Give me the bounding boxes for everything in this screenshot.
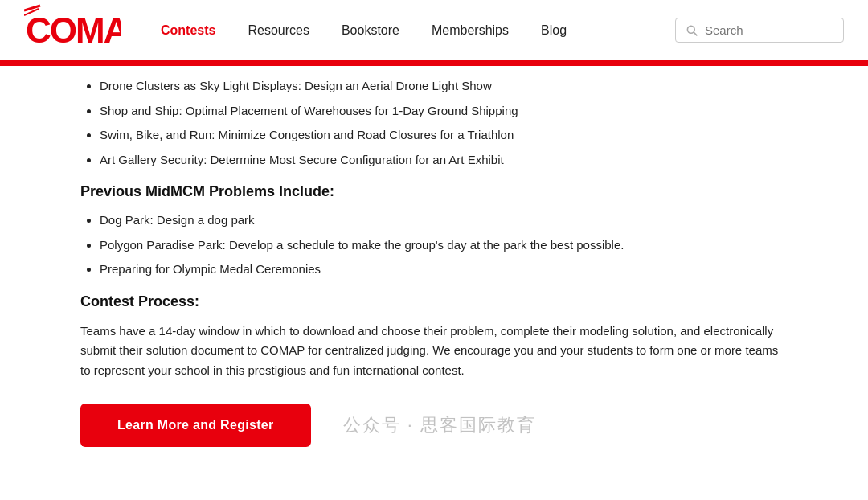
list-item: Preparing for Olympic Medal Ceremonies	[100, 260, 788, 279]
learn-more-register-button[interactable]: Learn More and Register	[80, 404, 311, 447]
previous-bullet-list: Dog Park: Design a dog park Polygon Para…	[80, 211, 788, 279]
list-item: Swim, Bike, and Run: Minimize Congestion…	[100, 126, 788, 145]
nav-memberships[interactable]: Memberships	[432, 23, 509, 38]
previous-section-heading: Previous MidMCM Problems Include:	[80, 183, 788, 200]
nav-contests[interactable]: Contests	[161, 23, 215, 38]
svg-line-4	[694, 32, 697, 35]
svg-text:COMAP: COMAP	[26, 10, 121, 50]
search-icon	[686, 24, 698, 37]
main-content: Drone Clusters as Sky Light Displays: De…	[0, 66, 868, 500]
nav-bookstore[interactable]: Bookstore	[342, 23, 399, 38]
list-item: Art Gallery Security: Determine Most Sec…	[100, 151, 788, 170]
navbar: COMAP Contests Resources Bookstore Membe…	[0, 0, 868, 63]
wechat-watermark: 公众号 · 思客国际教育	[343, 413, 536, 437]
nav-links: Contests Resources Bookstore Memberships…	[161, 23, 675, 38]
list-item: Shop and Ship: Optimal Placement of Ware…	[100, 102, 788, 121]
contest-body-text: Teams have a 14-day window in which to d…	[80, 322, 788, 381]
nav-resources[interactable]: Resources	[248, 23, 309, 38]
cta-area: Learn More and Register 公众号 · 思客国际教育	[80, 404, 788, 447]
list-item: Dog Park: Design a dog park	[100, 211, 788, 230]
svg-point-3	[687, 26, 694, 33]
search-box	[675, 18, 844, 43]
list-item: Drone Clusters as Sky Light Displays: De…	[100, 77, 788, 96]
logo[interactable]: COMAP	[24, 4, 129, 56]
search-input[interactable]	[705, 23, 833, 37]
contest-section-heading: Contest Process:	[80, 293, 788, 310]
top-bullet-list: Drone Clusters as Sky Light Displays: De…	[80, 77, 788, 169]
list-item: Polygon Paradise Park: Develop a schedul…	[100, 236, 788, 255]
nav-blog[interactable]: Blog	[541, 23, 567, 38]
